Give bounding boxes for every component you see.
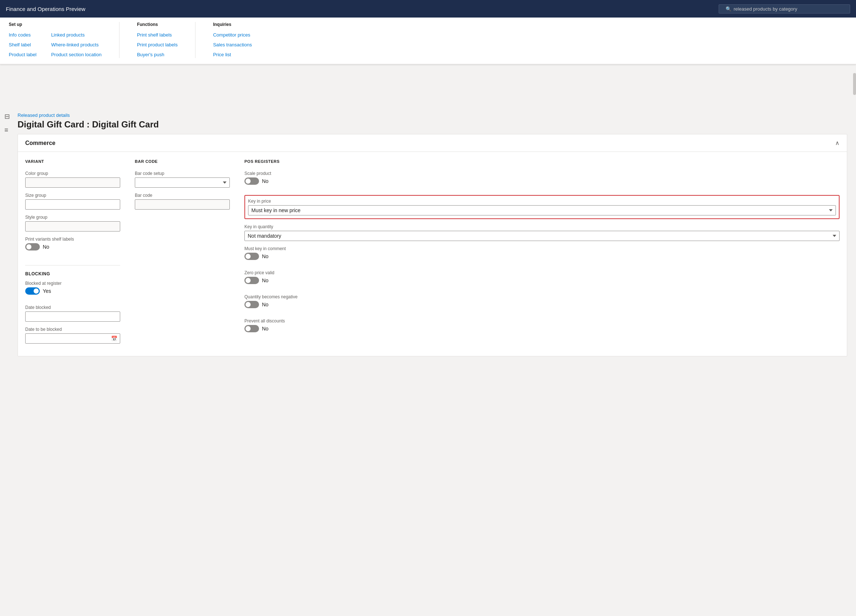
scrollbar-thumb[interactable] — [853, 73, 856, 95]
menu-icon[interactable]: ≡ — [5, 126, 10, 134]
barcode-setup-field: Bar code setup — [135, 171, 230, 188]
product-label-link[interactable]: Product label — [9, 51, 37, 58]
quantity-becomes-negative-field: Quantity becomes negative No — [245, 294, 839, 313]
scale-product-toggle[interactable] — [245, 177, 259, 185]
zero-price-valid-field: Zero price valid No — [245, 270, 839, 289]
style-group-field: Style group GiftPrice — [25, 215, 120, 232]
inquiries-title: Inquiries — [213, 22, 252, 27]
date-blocked-label: Date blocked — [25, 305, 120, 310]
global-search[interactable]: 🔍 released products by category — [719, 5, 850, 14]
scale-product-value: No — [262, 178, 268, 184]
prevent-all-discounts-field: Prevent all discounts No — [245, 318, 839, 337]
commerce-dropdown-menu: Set up Info codes Shelf label Product la… — [0, 17, 856, 64]
prevent-all-discounts-label: Prevent all discounts — [245, 318, 839, 324]
date-to-be-blocked-label: Date to be blocked — [25, 327, 120, 332]
zero-price-valid-label: Zero price valid — [245, 270, 839, 275]
commerce-section: Commerce ∧ VARIANT Color group GiftColor… — [17, 134, 847, 356]
color-group-label: Color group — [25, 171, 120, 176]
print-product-labels-link[interactable]: Print product labels — [137, 41, 177, 48]
top-bar: Finance and Operations Preview 🔍 release… — [0, 0, 856, 17]
product-section-location-link[interactable]: Product section location — [51, 51, 102, 58]
prevent-all-discounts-value: No — [262, 326, 268, 332]
form-grid: VARIANT Color group GiftColor Size group… — [25, 159, 839, 349]
blocked-at-register-field: Blocked at register Yes — [25, 281, 120, 300]
calendar-icon[interactable]: 📅 — [111, 336, 117, 341]
blocking-divider — [25, 265, 120, 266]
setup-section-2: Linked products Where-linked products Pr… — [51, 22, 102, 58]
color-group-input[interactable]: GiftColor — [25, 177, 120, 188]
price-list-link[interactable]: Price list — [213, 51, 252, 58]
blocked-at-register-toggle[interactable] — [25, 287, 40, 295]
divider-2 — [195, 22, 196, 58]
competitor-prices-link[interactable]: Competitor prices — [213, 31, 252, 38]
style-group-input[interactable]: GiftPrice — [25, 221, 120, 232]
where-linked-products-link[interactable]: Where-linked products — [51, 41, 102, 48]
variant-header: VARIANT — [25, 159, 120, 165]
scale-product-field: Scale product No — [245, 171, 839, 190]
size-group-field: Size group — [25, 193, 120, 210]
sales-transactions-link[interactable]: Sales transactions — [213, 41, 252, 48]
must-key-in-comment-field: Must key in comment No — [245, 246, 839, 265]
print-variants-toggle[interactable] — [25, 243, 40, 250]
size-group-label: Size group — [25, 193, 120, 198]
blocked-at-register-label: Blocked at register — [25, 281, 120, 286]
print-shelf-labels-link[interactable]: Print shelf labels — [137, 31, 177, 38]
barcode-field: Bar code — [135, 193, 230, 210]
commerce-section-title: Commerce — [25, 140, 55, 146]
collapse-icon[interactable]: ∧ — [835, 140, 839, 146]
size-group-input[interactable] — [25, 200, 120, 210]
breadcrumb: Released product details — [17, 108, 847, 118]
barcode-setup-label: Bar code setup — [135, 171, 230, 176]
search-text: released products by category — [734, 6, 797, 12]
pos-registers-header: POS REGISTERS — [245, 159, 839, 165]
zero-price-valid-toggle-group: No — [245, 277, 839, 284]
shelf-label-link[interactable]: Shelf label — [9, 41, 37, 48]
setup-section: Set up Info codes Shelf label Product la… — [9, 22, 37, 58]
filter-icon[interactable]: ⊟ — [5, 112, 10, 120]
blocked-at-register-toggle-group: Yes — [25, 287, 120, 295]
print-variants-value: No — [43, 244, 49, 250]
setup-title: Set up — [9, 22, 37, 27]
scrollbar-track[interactable] — [853, 73, 856, 219]
quantity-becomes-negative-label: Quantity becomes negative — [245, 294, 839, 300]
quantity-becomes-negative-toggle[interactable] — [245, 301, 259, 308]
print-variants-field: Print variants shelf labels No — [25, 237, 120, 256]
info-codes-link[interactable]: Info codes — [9, 31, 37, 38]
key-in-quantity-select[interactable]: Not mandatory Must key in quantity Must … — [245, 231, 839, 241]
barcode-header: BAR CODE — [135, 159, 230, 165]
functions-title: Functions — [137, 22, 177, 27]
date-blocked-input[interactable]: 9/8/2020 — [25, 312, 120, 322]
key-in-quantity-field: Key in quantity Not mandatory Must key i… — [245, 224, 839, 241]
date-to-be-blocked-field: Date to be blocked 📅 — [25, 327, 120, 344]
search-icon: 🔍 — [725, 6, 731, 12]
key-in-price-field: Key in price Not mandatory Must key in n… — [245, 195, 839, 219]
prevent-all-discounts-toggle[interactable] — [245, 325, 259, 332]
functions-section: Functions Print shelf labels Print produ… — [137, 22, 177, 58]
must-key-in-comment-toggle[interactable] — [245, 253, 259, 260]
style-group-label: Style group — [25, 215, 120, 220]
key-in-price-label: Key in price — [248, 199, 836, 204]
must-key-in-comment-toggle-group: No — [245, 253, 839, 260]
scale-product-label: Scale product — [245, 171, 839, 176]
blocked-at-register-value: Yes — [43, 288, 51, 294]
commerce-section-header: Commerce ∧ — [18, 134, 847, 152]
app-title: Finance and Operations Preview — [6, 6, 86, 12]
color-group-field: Color group GiftColor — [25, 171, 120, 188]
main-content: Released product details Digital Gift Ca… — [0, 108, 856, 356]
pos-registers-column: POS REGISTERS Scale product No Key in pr… — [245, 159, 839, 349]
setup-title-2 — [51, 22, 102, 27]
prevent-all-discounts-toggle-group: No — [245, 325, 839, 332]
buyers-push-link[interactable]: Buyer's push — [137, 51, 177, 58]
breadcrumb-link[interactable]: Released product details — [17, 112, 70, 118]
zero-price-valid-toggle[interactable] — [245, 277, 259, 284]
linked-products-link[interactable]: Linked products — [51, 31, 102, 38]
key-in-quantity-label: Key in quantity — [245, 224, 839, 229]
variant-column: VARIANT Color group GiftColor Size group… — [25, 159, 120, 349]
must-key-in-comment-label: Must key in comment — [245, 246, 839, 251]
barcode-setup-select[interactable] — [135, 177, 230, 188]
key-in-price-select[interactable]: Not mandatory Must key in new price Must… — [248, 205, 836, 215]
barcode-input[interactable] — [135, 200, 230, 210]
scale-product-toggle-group: No — [245, 177, 839, 185]
date-to-be-blocked-input[interactable] — [25, 333, 120, 344]
divider-1 — [119, 22, 120, 58]
